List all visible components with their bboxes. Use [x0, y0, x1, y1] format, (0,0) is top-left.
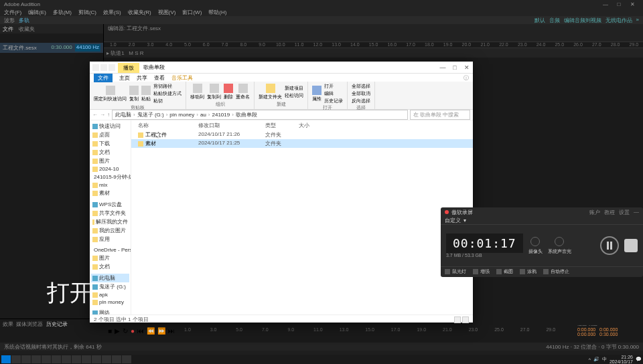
menu-clip[interactable]: 剪辑(C): [78, 9, 96, 16]
rename-button[interactable]: 重命名: [236, 84, 250, 100]
start-button[interactable]: [1, 355, 11, 363]
nav-thispc[interactable]: 此电脑: [91, 274, 129, 282]
nav-pane[interactable]: 快速访问 桌面 下载 文档 图片 2024-10 241015-9分钟-爆草 m…: [90, 120, 131, 314]
column-headers[interactable]: 名称修改日期类型大小: [131, 120, 473, 130]
breadcrumb[interactable]: 此电脑› 鬼迷子 (G:)› pin money› au› 241019› 歌曲…: [112, 110, 408, 120]
menu-view[interactable]: 视图(V): [158, 9, 176, 16]
transport-next-icon[interactable]: ⏭: [168, 327, 175, 335]
ribbon-tab-file[interactable]: 文件: [94, 74, 113, 82]
recorder-tab-tutorial[interactable]: 教程: [604, 209, 615, 216]
view-large-icon[interactable]: [462, 316, 469, 323]
clock[interactable]: 21:262024/10/17: [610, 355, 633, 364]
context-tab-play[interactable]: 播放: [118, 63, 139, 73]
transport-stop-icon[interactable]: ■: [108, 327, 112, 335]
copy-button[interactable]: 复制: [129, 86, 139, 102]
taskbar-app[interactable]: [52, 355, 61, 363]
taskbar-app[interactable]: [42, 355, 51, 363]
tray-icon[interactable]: ^: [589, 357, 591, 362]
camera-toggle[interactable]: 摄像头: [528, 237, 543, 255]
transport-ffw-icon[interactable]: ⏩: [157, 327, 165, 335]
draw-button[interactable]: 涂鸦: [520, 268, 537, 275]
menu-window[interactable]: 窗口(W): [182, 9, 202, 16]
minimize-button[interactable]: —: [437, 64, 449, 71]
workspace-default[interactable]: 默认: [534, 17, 545, 24]
transport-play-icon[interactable]: ▶: [115, 327, 120, 335]
recorder-min-icon[interactable]: —: [634, 209, 639, 216]
enhance-toggle[interactable]: 增强: [473, 268, 490, 275]
timeline-ruler[interactable]: 1.02.03.04.05.06.07.08.09.010.011.012.01…: [104, 41, 643, 48]
back-button[interactable]: ←: [92, 112, 98, 118]
taskbar[interactable]: ^ 🔊 中 21:262024/10/17 💬: [0, 355, 643, 364]
menu-file[interactable]: 文件(F): [4, 9, 21, 16]
taskbar-app[interactable]: [112, 355, 121, 363]
forward-button[interactable]: →: [100, 112, 105, 118]
mode-waveform[interactable]: 波形: [4, 17, 15, 24]
taskbar-app[interactable]: [72, 355, 81, 363]
properties-button[interactable]: 属性: [312, 86, 322, 102]
qat-icon[interactable]: [100, 64, 107, 71]
pin-button[interactable]: 固定到快速访问: [94, 86, 127, 102]
workspace-audio[interactable]: 音频: [549, 17, 560, 24]
tray-icon[interactable]: 🔊: [593, 357, 599, 362]
ribbon-tab-home[interactable]: 主页: [119, 74, 130, 82]
list-item[interactable]: 素材 2024/10/17 21:25文件夹: [131, 139, 473, 148]
explorer-titlebar[interactable]: 播放 歌曲单段 — □ ✕: [90, 62, 473, 74]
tab-media[interactable]: 媒体浏览器: [16, 321, 43, 327]
ribbon-tab-share[interactable]: 共享: [137, 74, 147, 82]
menu-effects[interactable]: 效果(S): [103, 9, 121, 16]
up-button[interactable]: ↑: [107, 112, 110, 118]
copyto-button[interactable]: 复制到: [207, 84, 221, 100]
paste-button[interactable]: 粘贴: [141, 86, 151, 102]
tab-effect[interactable]: 效果: [3, 321, 13, 327]
taskbar-app[interactable]: [62, 355, 71, 363]
editor-tab[interactable]: 编辑器: 工程文件.sesx: [104, 24, 643, 32]
tray-icon[interactable]: 中: [602, 356, 607, 363]
file-item[interactable]: 工程文件.sesx 0:30.000 44100 Hz: [0, 43, 103, 53]
tab-favorites[interactable]: 收藏夹: [19, 25, 35, 33]
recorder-mode[interactable]: 自定义: [445, 217, 461, 224]
ribbon-collapse-icon[interactable]: ⓘ: [463, 74, 469, 82]
transport-loop-icon[interactable]: ↻: [123, 327, 128, 335]
moveto-button[interactable]: 移动到: [190, 84, 204, 100]
taskbar-app[interactable]: [11, 355, 21, 363]
mode-multitrack[interactable]: 多轨: [19, 17, 29, 24]
taskbar-app[interactable]: [102, 355, 111, 363]
maximize-button[interactable]: □: [449, 64, 461, 71]
qat-icon[interactable]: [109, 64, 115, 71]
taskbar-app[interactable]: [82, 355, 91, 363]
stop-button[interactable]: [624, 239, 638, 252]
pause-button[interactable]: [600, 236, 619, 255]
close-button[interactable]: ✕: [626, 1, 639, 7]
autostop-toggle[interactable]: 自动停止: [543, 268, 569, 275]
taskbar-app[interactable]: [122, 355, 131, 363]
menu-edit[interactable]: 编辑(E): [28, 9, 46, 16]
file-list[interactable]: 名称修改日期类型大小 工程文件 2024/10/17 21:26文件夹 素材 2…: [131, 120, 473, 314]
taskbar-app[interactable]: [31, 355, 41, 363]
menu-multitrack[interactable]: 多轨(M): [53, 9, 72, 16]
transport-rew-icon[interactable]: ⏪: [147, 327, 155, 335]
search-input[interactable]: 在 歌曲单段 中搜索: [410, 110, 470, 120]
workspace-radio[interactable]: 无线电作品: [605, 17, 632, 24]
close-button[interactable]: ✕: [461, 64, 473, 71]
recorder-tab-account[interactable]: 账户: [589, 209, 600, 216]
newfolder-button[interactable]: 新建文件夹: [259, 84, 282, 100]
spotlight-toggle[interactable]: 鼠光灯: [445, 268, 466, 275]
screenshot-button[interactable]: 截图: [496, 268, 513, 275]
minimize-button[interactable]: —: [599, 1, 612, 7]
transport-prev-icon[interactable]: ⏮: [137, 327, 144, 335]
tab-history[interactable]: 历史记录: [46, 321, 68, 327]
track-header[interactable]: ▸ 轨道1 M S R: [104, 48, 643, 58]
maximize-button[interactable]: □: [612, 1, 626, 7]
audio-toggle[interactable]: 系统声音完: [548, 237, 571, 255]
delete-button[interactable]: 删除: [224, 84, 233, 100]
list-item[interactable]: 工程文件 2024/10/17 21:26文件夹: [131, 130, 473, 139]
ribbon-tab-view[interactable]: 查看: [154, 74, 165, 82]
notification-icon[interactable]: 💬: [636, 357, 642, 362]
recorder-tab-settings[interactable]: 设置: [619, 209, 630, 216]
workspace-video[interactable]: 编辑音频到视频: [564, 17, 601, 24]
tab-files[interactable]: 文件: [3, 25, 13, 33]
menu-help[interactable]: 帮助(H): [208, 9, 226, 16]
taskbar-app[interactable]: [21, 355, 31, 363]
taskbar-app[interactable]: [92, 355, 101, 363]
ribbon-tab-music[interactable]: 音乐工具: [171, 74, 193, 82]
